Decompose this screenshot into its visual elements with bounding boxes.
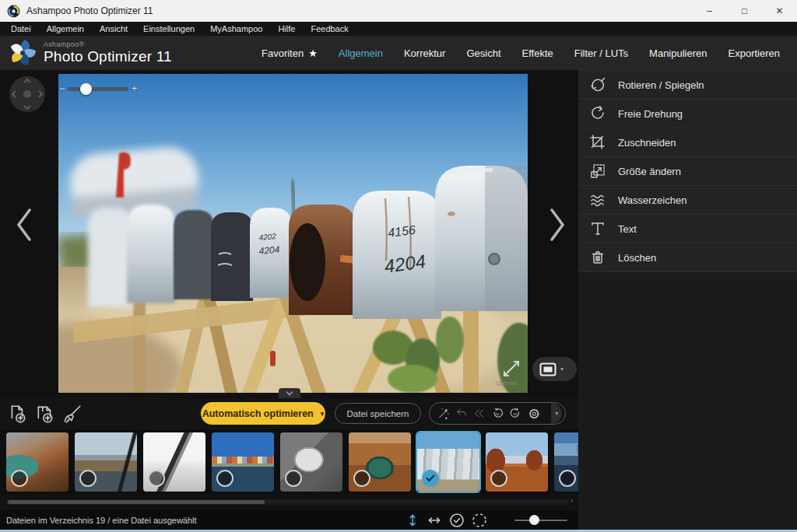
- zoom-in-icon[interactable]: +: [132, 84, 137, 93]
- single-view-icon: [539, 362, 556, 376]
- sidebar-item-zuschneiden[interactable]: Zuschneiden: [578, 128, 797, 157]
- zoom-slider-track[interactable]: [68, 87, 128, 91]
- thumbnail-foggy-bridge[interactable]: [143, 432, 205, 492]
- tab-filter-luts[interactable]: Filter / LUTs: [574, 47, 628, 59]
- settings-gear-icon[interactable]: [528, 405, 541, 422]
- undo-all-icon[interactable]: [473, 405, 486, 422]
- filmstrip-scrollbar: ›: [0, 495, 578, 510]
- thumbnail-size-slider[interactable]: [514, 520, 567, 521]
- dashed-circle-refresh-icon[interactable]: [472, 513, 487, 528]
- select-circle-icon[interactable]: [353, 470, 370, 487]
- action-toolbar: Automatisch optimieren ▾ Datei speichern: [0, 398, 578, 429]
- thumbnail-mountain-lake[interactable]: [554, 432, 578, 492]
- fit-vertical-icon[interactable]: [406, 513, 420, 528]
- pan-dpad[interactable]: [9, 75, 46, 113]
- show-optimized-check-icon[interactable]: [449, 513, 465, 528]
- menu-myashampoo[interactable]: MyAshampoo: [202, 22, 270, 36]
- zoom-slider[interactable]: − +: [59, 82, 137, 96]
- menu-datei[interactable]: Datei: [3, 22, 39, 36]
- scroll-right-arrow-icon[interactable]: ›: [571, 496, 573, 505]
- text-icon: [588, 219, 607, 238]
- collapse-panel-tab[interactable]: [279, 388, 300, 398]
- zoom-out-icon[interactable]: −: [59, 84, 65, 93]
- window-title: Ashampoo Photo Optimizer 11: [26, 5, 153, 16]
- photo-canvas[interactable]: 4202 4204 4156 4204: [58, 74, 528, 393]
- rotate-right-90-icon[interactable]: 90°: [509, 405, 522, 422]
- thumbnail-mailboxes-selected[interactable]: [417, 432, 479, 492]
- clear-list-broom-icon[interactable]: [62, 404, 83, 424]
- add-image-icon[interactable]: [8, 404, 28, 424]
- select-circle-icon[interactable]: [559, 470, 576, 487]
- next-image-button[interactable]: [547, 207, 567, 243]
- fullscreen-expand-button[interactable]: [500, 358, 522, 380]
- tab-exportieren[interactable]: Exportieren: [729, 47, 780, 59]
- mailbox-number-small-bottom: 4204: [258, 244, 280, 257]
- menu-einstellungen[interactable]: Einstellungen: [135, 22, 202, 36]
- tab-allgemein[interactable]: Allgemein: [339, 47, 383, 59]
- optimized-label: Optimiert: [496, 380, 518, 386]
- star-icon: ★: [308, 47, 318, 59]
- maximize-button[interactable]: □: [727, 0, 762, 22]
- zoom-slider-knob[interactable]: [80, 83, 92, 95]
- select-circle-icon[interactable]: [11, 470, 28, 487]
- sidebar-item-freie-drehung[interactable]: Freie Drehung: [578, 100, 797, 128]
- svg-text:90°: 90°: [514, 411, 519, 415]
- previous-image-button[interactable]: [14, 207, 34, 243]
- undo-icon[interactable]: [455, 405, 468, 422]
- titlebar: Ashampoo Photo Optimizer 11 – □ ✕: [0, 0, 797, 22]
- sidebar-item-rotieren-spiegeln[interactable]: Rotieren / Spiegeln: [578, 71, 797, 100]
- thumbnail-coastal-cliffs[interactable]: [75, 432, 137, 492]
- fit-horizontal-icon[interactable]: [427, 513, 442, 527]
- thumbnail-harbor-houses[interactable]: [212, 432, 274, 492]
- minimize-button[interactable]: –: [692, 0, 727, 22]
- file-count-status: Dateien im Verzeichnis 19 / eine Datei a…: [6, 516, 197, 525]
- thumbnail-route-66[interactable]: [280, 432, 342, 492]
- tab-korrektur[interactable]: Korrektur: [404, 47, 445, 59]
- view-controls: [406, 513, 571, 528]
- mailboxes-photo: 4202 4204 4156 4204: [58, 74, 528, 393]
- select-circle-icon[interactable]: [285, 470, 302, 487]
- thumbnail-horseshoe-bend[interactable]: [349, 432, 411, 492]
- save-file-button[interactable]: Datei speichern: [335, 403, 421, 424]
- view-mode-button[interactable]: ▾: [532, 357, 577, 381]
- select-circle-icon[interactable]: [79, 470, 97, 487]
- filmstrip: [0, 429, 578, 495]
- statusbar: Dateien im Verzeichnis 19 / eine Datei a…: [0, 510, 578, 530]
- select-circle-icon[interactable]: [148, 470, 165, 487]
- main-tabs: Favoriten★ Allgemein Korrektur Gesicht E…: [262, 47, 797, 59]
- tab-effekte[interactable]: Effekte: [522, 47, 553, 59]
- sidebar-item-wasserzeichen[interactable]: Wasserzeichen: [578, 186, 797, 215]
- tools-more-dropdown[interactable]: ▾: [551, 403, 562, 424]
- thumbnail-canyon-lake[interactable]: [6, 432, 68, 492]
- select-circle-icon[interactable]: [216, 470, 233, 487]
- rotate-left-90-icon[interactable]: 90°: [491, 405, 504, 422]
- menu-feedback[interactable]: Feedback: [303, 22, 356, 36]
- magic-wand-icon[interactable]: [437, 405, 450, 422]
- sidebar-item-groesse-aendern[interactable]: Größe ändern: [578, 157, 797, 186]
- tab-favoriten[interactable]: Favoriten★: [262, 47, 318, 59]
- thumbnail-monument-valley[interactable]: [486, 432, 548, 492]
- resize-icon: [588, 162, 607, 180]
- selected-check-icon[interactable]: [422, 470, 439, 487]
- scrollbar-thumb[interactable]: [8, 500, 265, 504]
- menu-hilfe[interactable]: Hilfe: [270, 22, 303, 36]
- auto-optimize-caret-icon[interactable]: ▾: [321, 410, 325, 418]
- tab-manipulieren[interactable]: Manipulieren: [649, 47, 707, 59]
- view-mode-caret-icon[interactable]: ▾: [560, 366, 564, 373]
- add-folder-image-icon[interactable]: [35, 404, 55, 424]
- tools-more-caret-icon: ▾: [555, 410, 558, 417]
- auto-optimize-button[interactable]: Automatisch optimieren ▾: [201, 402, 325, 425]
- menu-allgemein[interactable]: Allgemein: [39, 22, 92, 36]
- select-circle-icon[interactable]: [490, 470, 507, 487]
- crop-icon: [588, 133, 607, 152]
- sidebar-item-text[interactable]: Text: [578, 215, 797, 243]
- scrollbar-track[interactable]: [6, 499, 569, 505]
- thumbnail-size-knob[interactable]: [529, 515, 539, 525]
- tab-gesicht[interactable]: Gesicht: [466, 47, 500, 59]
- edit-tools-group: 90° 90° ▾: [429, 402, 566, 425]
- sidebar-item-loeschen[interactable]: Löschen: [578, 243, 797, 272]
- menu-ansicht[interactable]: Ansicht: [92, 22, 135, 36]
- close-button[interactable]: ✕: [762, 0, 797, 22]
- brand-block: Ashampoo® Photo Optimizer 11: [44, 40, 172, 65]
- brand-name: Ashampoo®: [44, 40, 172, 48]
